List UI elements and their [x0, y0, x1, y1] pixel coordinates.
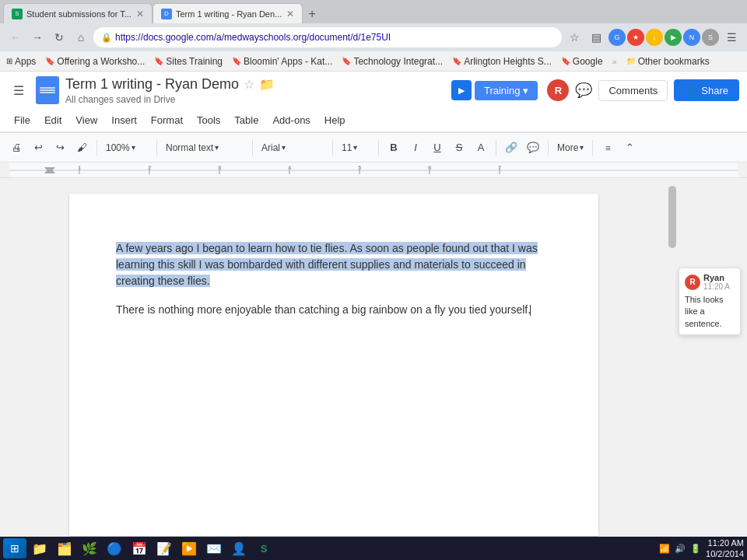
svg-text:2: 2: [148, 164, 152, 171]
strikethrough-button[interactable]: S: [449, 138, 469, 158]
ext-icon-6[interactable]: S: [702, 29, 719, 46]
undo-button[interactable]: ↩: [28, 138, 48, 158]
zoom-dropdown[interactable]: 100% ▾: [102, 138, 152, 158]
systray-network: 📶: [659, 544, 670, 554]
ext-icon-3[interactable]: ↓: [646, 29, 663, 46]
bookmark-sites-label: Sites Training: [166, 56, 223, 67]
back-button[interactable]: ←: [6, 28, 25, 47]
comment-meta: Ryan 11:20 A: [703, 273, 730, 291]
menu-table[interactable]: Table: [228, 111, 265, 129]
menu-edit[interactable]: Edit: [38, 111, 68, 129]
reload-button[interactable]: ↻: [50, 28, 68, 47]
taskbar-date-text: 10/2/2014: [706, 548, 744, 559]
forward-button[interactable]: →: [28, 28, 47, 47]
url-bar[interactable]: 🔒 https://docs.google.com/a/medwayschool…: [93, 27, 562, 47]
home-button[interactable]: ⌂: [72, 28, 90, 47]
docs-title[interactable]: Term 1 writing - Ryan Demo: [65, 76, 239, 93]
menu-insert[interactable]: Insert: [105, 111, 143, 129]
share-button[interactable]: 👤 Share: [674, 79, 739, 101]
tab-2[interactable]: D Term 1 writing - Ryan Den... ✕: [153, 3, 303, 23]
hamburger-menu[interactable]: ☰: [8, 79, 30, 101]
comment-sidebar: R Ryan 11:20 A This looks like a sentenc…: [677, 178, 747, 537]
docs-folder-icon[interactable]: 📁: [259, 77, 275, 92]
more-dropdown[interactable]: More ▾: [553, 138, 587, 158]
bookmark-button[interactable]: ▤: [587, 28, 605, 47]
ext-icon-2[interactable]: ★: [627, 29, 644, 46]
comment-avatar-initial: R: [689, 278, 695, 286]
training-dropdown-arrow: ▾: [523, 85, 528, 96]
bookmark-google[interactable]: 🔖 Google: [561, 56, 603, 67]
paragraph-align-button[interactable]: ≡: [598, 138, 618, 158]
taskbar-people[interactable]: 👤: [227, 538, 251, 558]
training-button[interactable]: Training ▾: [475, 81, 538, 100]
ext-icon-4[interactable]: ▶: [665, 29, 682, 46]
taskbar-clock[interactable]: 11:20 AM 10/2/2014: [706, 537, 744, 560]
print-button[interactable]: 🖨: [6, 138, 26, 158]
scrollbar-thumb[interactable]: [668, 186, 676, 248]
redo-button[interactable]: ↪: [50, 138, 70, 158]
taskbar-sheets[interactable]: S: [252, 538, 275, 558]
bookmarks-more[interactable]: »: [612, 57, 617, 66]
omnibar: ← → ↻ ⌂ 🔒 https://docs.google.com/a/medw…: [0, 23, 747, 51]
chat-icon-button[interactable]: 💬: [575, 82, 592, 99]
menu-view[interactable]: View: [69, 111, 103, 129]
bookmark-workshop[interactable]: 🔖 Offering a Worksho...: [45, 56, 145, 67]
toolbar-sep-5: [378, 140, 379, 156]
bookmark-arlington[interactable]: 🔖 Arlington Heights S...: [452, 56, 552, 67]
menu-file[interactable]: File: [8, 111, 37, 129]
user-initial: R: [555, 85, 562, 96]
tab-1[interactable]: S Student submissions for T... ✕: [3, 3, 153, 23]
font-name-dropdown[interactable]: Arial ▾: [258, 138, 328, 158]
new-tab-button[interactable]: +: [303, 5, 321, 23]
doc-page[interactable]: A few years ago I began to learn how to …: [69, 194, 598, 536]
link-button[interactable]: 🔗: [501, 138, 521, 158]
format-paint-button[interactable]: 🖌: [72, 138, 92, 158]
ruler-svg: 1 2 3 4 5 6 7: [9, 163, 738, 177]
size-arrow: ▾: [353, 143, 357, 152]
taskbar-app2[interactable]: 🗂️: [53, 538, 76, 558]
user-avatar[interactable]: R: [547, 79, 569, 101]
menu-tools[interactable]: Tools: [191, 111, 226, 129]
ext-icon-5[interactable]: N: [683, 29, 700, 46]
bold-button[interactable]: B: [384, 138, 404, 158]
bookmark-sites[interactable]: 🔖 Sites Training: [154, 56, 223, 67]
bookmark-bloomin[interactable]: 🔖 Bloomin' Apps - Kat...: [232, 56, 332, 67]
docs-saved-status: All changes saved in Drive: [65, 94, 445, 105]
comments-button[interactable]: Comments: [598, 80, 668, 101]
comment-button[interactable]: 💬: [523, 138, 543, 158]
taskbar-media[interactable]: ▶️: [177, 538, 201, 558]
menu-addons[interactable]: Add-ons: [266, 111, 316, 129]
ext-icon-1[interactable]: G: [608, 29, 626, 46]
sheets-icon: S: [261, 543, 268, 555]
taskbar-app3[interactable]: 🌿: [78, 538, 101, 558]
chrome-icon: 🔵: [107, 541, 122, 556]
taskbar-notepad[interactable]: 📝: [153, 538, 176, 558]
taskbar-mail[interactable]: ✉️: [202, 538, 226, 558]
bookmark-other[interactable]: 📁 Other bookmarks: [626, 56, 710, 67]
media-icon: ▶️: [181, 541, 197, 556]
bookmark-apps[interactable]: ⊞ Apps: [6, 56, 36, 67]
underline-button[interactable]: U: [427, 138, 447, 158]
menu-format[interactable]: Format: [145, 111, 189, 129]
collapse-toolbar-button[interactable]: ⌃: [619, 138, 640, 158]
start-button[interactable]: ⊞: [3, 538, 26, 558]
menu-button[interactable]: ☰: [722, 28, 741, 47]
italic-button[interactable]: I: [405, 138, 426, 158]
taskbar-chrome[interactable]: 🔵: [103, 538, 126, 558]
tab-1-close[interactable]: ✕: [136, 9, 144, 19]
comment-bubble[interactable]: R Ryan 11:20 A This looks like a sentenc…: [679, 268, 741, 335]
docs-star-icon[interactable]: ☆: [244, 77, 254, 92]
style-dropdown[interactable]: Normal text ▾: [162, 138, 247, 158]
taskbar-explorer[interactable]: 📁: [28, 538, 51, 558]
doc-scroll[interactable]: A few years ago I began to learn how to …: [0, 178, 668, 537]
text-color-button[interactable]: A: [471, 138, 491, 158]
tab-2-close[interactable]: ✕: [286, 9, 294, 19]
menu-help[interactable]: Help: [318, 111, 352, 129]
star-button[interactable]: ☆: [565, 28, 584, 47]
font-size-dropdown[interactable]: 11 ▾: [338, 138, 374, 158]
taskbar-calendar[interactable]: 📅: [128, 538, 151, 558]
bookmark-apps-label: Apps: [15, 56, 36, 67]
scrollbar-vertical[interactable]: [668, 178, 677, 537]
comment-time: 11:20 A: [703, 282, 730, 291]
bookmark-tech[interactable]: 🔖 Technology Integrat...: [342, 56, 443, 67]
